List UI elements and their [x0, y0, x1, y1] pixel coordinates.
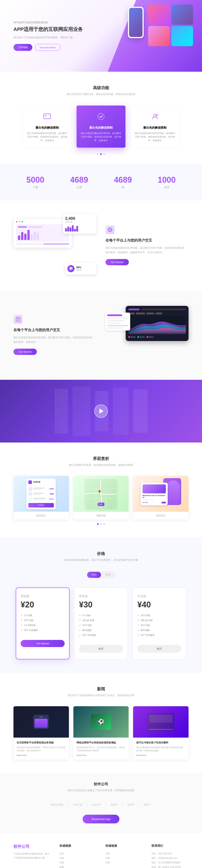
footer-quick-3[interactable]: 价格: [105, 860, 143, 865]
platform1-icon: [105, 225, 115, 234]
showcase-section: 界面赏析 我们注重细节和美观，提供最好的视觉体验，超越您的期望 应用列表: [0, 442, 202, 538]
svg-rect-0: [44, 114, 51, 119]
platform2-content: 在每个平台上与您的用户交互 我们为您提供最好的应用功能，超过数百万用户体验，助您…: [14, 315, 97, 355]
news-header: 新闻 我们致力于提供最新的行业资讯和产品动态，保持您领先业界: [14, 686, 188, 698]
features-section: 高级功能 我们为您带来了最前沿的，最好的应用功能，助您轻松实现业务 最出色的解放…: [0, 72, 202, 164]
showcase-dot-1[interactable]: [97, 523, 99, 525]
pricing-btn-pro[interactable]: 购买: [137, 645, 181, 653]
pricing-pro-f3: ✓25个功能: [137, 623, 181, 628]
footer-quick-2[interactable]: 功能: [105, 856, 143, 860]
feature-card-3[interactable]: 最出色的解放限制 我们为您提供最好的应用功能，超过数百万用户体验，助您轻松实现业…: [130, 105, 180, 148]
pricing-plan-basic: 基础版: [21, 594, 65, 598]
feature-card-1[interactable]: 最出色的解放限制 我们为您提供最好的应用功能，超过数百万用户体验，助您轻松实现业…: [22, 105, 72, 148]
platform2-title: 在每个平台上与您的用户交互: [14, 327, 97, 333]
footer-link-4[interactable]: 新闻: [59, 865, 97, 868]
footer-link-1[interactable]: 首页: [59, 851, 97, 856]
footer-quick-links: 首页 功能 价格: [105, 851, 143, 865]
pricing-pro-f4: ✓邮件提醒: [137, 628, 181, 633]
pricing-btn-basic[interactable]: Get Started: [21, 640, 65, 647]
pricing-btn-business[interactable]: 购买: [79, 645, 123, 653]
news-content-2: 网络运营类平台有效地实现双效增益 通过我们的专业平台，企业可以实现双效增益，同时…: [73, 738, 129, 760]
dot-1[interactable]: [97, 153, 99, 155]
news-more-3[interactable]: Read More: [136, 754, 185, 756]
partners-title: 软件公司: [14, 782, 188, 787]
pricing-title: 价格: [14, 551, 188, 556]
pricing-subtitle: 我们提供多种套餐选择，满足不同业务需求，灵活定制属于您的方案: [14, 558, 188, 562]
feature-desc-2: 我们为您提供最好的应用功能，超过数百万用户体验，助您轻松实现业务，提升效率，加速…: [80, 131, 122, 142]
toggle-monthly[interactable]: 月付: [87, 572, 101, 578]
hero-primary-btn[interactable]: 立即体验: [14, 44, 32, 51]
platform1-desc: 我们为您提供最好的应用功能，超过数百万用户体验，助您轻松实现业务，提升效率，加速…: [105, 246, 188, 255]
news-img-2: ⚽: [73, 706, 129, 738]
stat-4: 1000 英语: [157, 175, 176, 189]
toggle-yearly[interactable]: 年付: [101, 572, 115, 578]
showcase-subtitle: 我们注重细节和美观，提供最好的视觉体验，超越您的期望: [14, 463, 188, 467]
svg-rect-10: [17, 318, 19, 319]
platform2-desc: 我们为您提供最好的应用功能，超过数百万用户体验，助您轻松实现业务，提升效率，加速…: [14, 335, 97, 344]
news-content-3: 您可以与每位客户交流沟通种 我们的通讯解决方案帮助您与每位客户保持高效沟通，提升…: [133, 738, 188, 760]
stat-number-2: 4689: [70, 175, 88, 185]
partner-logos: BRAND TECH SOFT DEV APP NET: [14, 801, 188, 808]
showcase-dot-3[interactable]: [103, 523, 105, 525]
partner-6: NET: [144, 801, 151, 808]
footer-contact-col: 联系我们 电话：400 1234 567 邮件：info@example.com…: [151, 844, 188, 868]
feature-card-2[interactable]: 最出色的解放限制 我们为您提供最好的应用功能，超过数百万用户体验，助您轻松实现业…: [76, 105, 126, 148]
footer-quick-title: 快速链接: [105, 844, 143, 848]
footer-links-col: 快速链接 首页 功能 价格 新闻 关于我们: [59, 844, 97, 868]
stat-2: 4689 点赞: [70, 175, 88, 189]
play-button[interactable]: [94, 404, 108, 418]
footer-link-2[interactable]: 功能: [59, 856, 97, 860]
stat-label-1: 下载: [26, 186, 44, 189]
video-section: [0, 380, 202, 442]
pricing-plan-pro: 专业版: [137, 594, 181, 598]
download-app-btn[interactable]: Download App: [83, 815, 119, 824]
feature-desc-1: 我们为您提供最好的应用功能，超过数百万用户体验，助您轻松实现业务，提升效率，加速…: [26, 131, 68, 142]
news-img-1: APP: [14, 706, 69, 738]
showcase-img-3: Mansions vou on dreamed of ¥2,400: [133, 476, 188, 512]
platform1-content: 在每个平台上与您的用户交互 我们为您提供最好的应用功能，超过数百万用户体验，助您…: [105, 225, 188, 266]
pricing-biz-f3: ✓15个功能: [79, 623, 123, 628]
svg-point-5: [156, 114, 158, 116]
showcase-dots: [14, 520, 188, 529]
svg-point-4: [153, 114, 156, 117]
news-title-1: 在互联网多平台经营实现业务突破: [17, 741, 66, 745]
svg-rect-11: [17, 319, 19, 319]
showcase-img-2: 📍 ¥20: [73, 476, 129, 512]
feature-icon-1: [42, 111, 53, 122]
stat-label-2: 点赞: [70, 186, 88, 189]
news-more-1[interactable]: Read More: [17, 754, 66, 756]
svg-point-3: [98, 113, 104, 120]
footer: 软件公司 专业的互联网软件服务提供商，致力于为您提供最好的应用解决方案 快速链接…: [0, 832, 202, 868]
news-title: 新闻: [14, 686, 188, 692]
footer-contact: 电话：400 1234 567 邮件：info@example.com 地址：北…: [151, 851, 188, 868]
pricing-grid: 基础版 ¥20 ✓1个功能 ✓10个功能 ✓1.5 GB存储 ✓24/7 支持服…: [14, 587, 188, 659]
platform1-images: 2,400 总用户数 📊 98% 满意度: [14, 214, 97, 277]
showcase-label-2: 地图功能: [73, 512, 129, 520]
dot-2[interactable]: [100, 153, 102, 155]
hero-outline-btn[interactable]: Discover More: [35, 44, 60, 51]
pricing-pro-f2: ✓200 gb 存储: [137, 618, 181, 623]
stat-label-3: 收: [114, 186, 132, 189]
platform2-btn[interactable]: Get Started: [14, 349, 37, 355]
news-card-1: APP 在互联网多平台经营实现业务突破 我们提供专业的互联网服务，帮助企业在多个…: [14, 706, 69, 760]
news-more-2[interactable]: Read More: [77, 754, 126, 756]
platform1-btn[interactable]: Get Started: [105, 259, 129, 265]
stat-number-4: 1000: [157, 175, 176, 185]
feature-title-2: 最出色的解放限制: [80, 126, 122, 130]
pricing-feature-3: ✓1.5 GB存储: [21, 623, 65, 628]
partner-1: BRAND: [51, 801, 64, 808]
play-icon: [99, 409, 103, 413]
features-subtitle: 我们为您带来了最前沿的，最好的应用功能，助您轻松实现业务: [14, 92, 188, 96]
footer-quick-1[interactable]: 首页: [105, 851, 143, 856]
contact-3: 地址：北京市朝阳区科技园区: [151, 860, 188, 865]
svg-rect-2: [48, 115, 49, 116]
showcase-dot-2[interactable]: [100, 523, 102, 525]
footer-company-col: 软件公司 专业的互联网软件服务提供商，致力于为您提供最好的应用解决方案: [14, 844, 51, 868]
pricing-feature-1: ✓1个功能: [21, 613, 65, 618]
pricing-price-business: ¥30: [79, 600, 123, 610]
footer-link-3[interactable]: 价格: [59, 860, 97, 865]
dot-3[interactable]: [103, 153, 105, 155]
showcase-item-3: Mansions vou on dreamed of ¥2,400 界面展示: [133, 476, 188, 520]
pricing-toggle[interactable]: 月付 年付: [86, 571, 116, 579]
pricing-biz-f4: ✓邮件提醒: [79, 628, 123, 633]
